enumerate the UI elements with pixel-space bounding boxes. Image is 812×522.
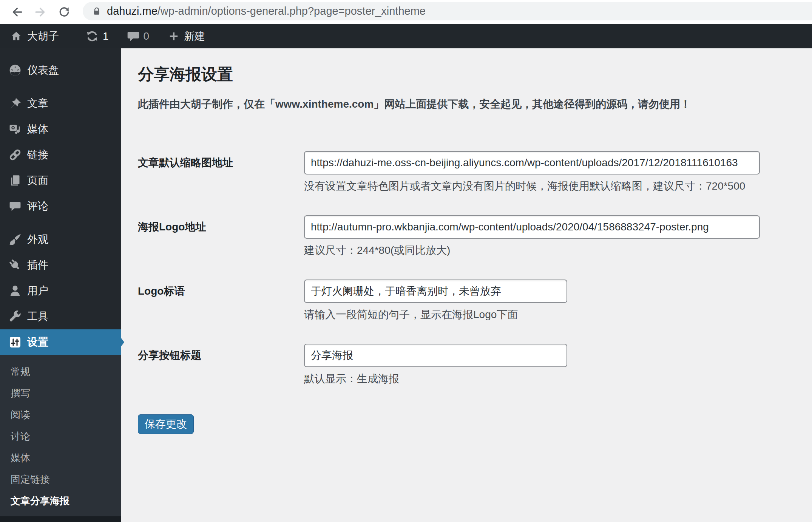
logo-slogan-input[interactable]: [304, 280, 567, 303]
chain-link-icon: [8, 148, 22, 162]
site-name: 大胡子: [27, 29, 59, 43]
field-label: 文章默认缩略图地址: [138, 156, 304, 170]
field-help: 建议尺寸：244*80(或同比放大): [304, 244, 812, 256]
submenu-item-media[interactable]: 媒体: [0, 447, 121, 469]
sidebar-item-label: 链接: [27, 148, 48, 162]
update-count: 1: [103, 30, 109, 42]
user-icon: [8, 284, 22, 298]
sidebar-item-appearance[interactable]: 外观: [0, 227, 121, 252]
sidebar-item-users[interactable]: 用户: [0, 278, 121, 304]
sidebar-item-label: 插件: [27, 258, 48, 272]
wp-admin-bar: 大胡子 1 0 新建: [0, 24, 812, 48]
submenu-item-permalinks[interactable]: 固定链接: [0, 469, 121, 490]
wordpress-admin-page: dahuzi.me/wp-admin/options-general.php?p…: [0, 0, 812, 522]
poster-logo-url-input[interactable]: [304, 215, 760, 239]
pushpin-icon: [8, 97, 22, 110]
dashboard-gauge-icon: [8, 63, 22, 77]
share-button-title-input[interactable]: [304, 344, 567, 367]
paintbrush-icon: [8, 233, 22, 246]
admin-bar-site-link[interactable]: 大胡子: [11, 24, 59, 48]
field-help: 没有设置文章特色图片或者文章内没有图片的时候，海报使用默认缩略图，建议尺寸：72…: [304, 180, 812, 192]
field-label: 海报Logo地址: [138, 220, 304, 234]
home-icon: [11, 31, 22, 42]
admin-bar-comments[interactable]: 0: [127, 24, 150, 48]
admin-menu: 仪表盘 文章 媒体 链接 页面 评论: [0, 48, 121, 355]
sidebar-item-label: 工具: [27, 309, 48, 324]
settings-submenu: 常规 撰写 阅读 讨论 媒体 固定链接 文章分享海报: [0, 355, 121, 516]
update-icon: [85, 29, 99, 43]
sidebar-item-label: 页面: [27, 173, 48, 188]
sidebar-item-label: 媒体: [27, 122, 48, 136]
field-label: 分享按钮标题: [138, 348, 304, 363]
menu-separator: [0, 219, 121, 227]
sidebar-item-label: 评论: [27, 199, 48, 213]
field-group-share-button-title: 分享按钮标题 默认显示：生成海报: [138, 344, 812, 385]
default-thumbnail-url-input[interactable]: [304, 151, 760, 175]
sidebar-item-label: 文章: [27, 96, 48, 111]
reload-icon: [57, 5, 71, 19]
sliders-settings-icon: [8, 335, 22, 349]
field-label: Logo标语: [138, 284, 304, 298]
wrench-icon: [8, 310, 22, 323]
submenu-item-discussion[interactable]: 讨论: [0, 426, 121, 447]
save-button[interactable]: 保存更改: [138, 414, 194, 434]
page-title: 分享海报设置: [138, 66, 812, 82]
url-path: /wp-admin/options-general.php?page=poste…: [157, 5, 426, 17]
sidebar-item-label: 外观: [27, 232, 48, 247]
sidebar-item-posts[interactable]: 文章: [0, 91, 121, 116]
settings-form: 文章默认缩略图地址 没有设置文章特色图片或者文章内没有图片的时候，海报使用默认缩…: [138, 151, 812, 434]
sidebar-footer: [0, 516, 121, 522]
plugin-notice: 此插件由大胡子制作，仅在「www.xintheme.com」网站上面提供下载，安…: [138, 99, 812, 110]
admin-bar-new[interactable]: 新建: [168, 24, 205, 48]
speech-bubble-icon: [8, 199, 22, 213]
browser-reload-button[interactable]: [57, 5, 71, 19]
new-label: 新建: [184, 29, 205, 43]
url-text: dahuzi.me/wp-admin/options-general.php?p…: [107, 5, 426, 17]
admin-bar-updates[interactable]: 1: [85, 24, 109, 48]
submenu-item-share-poster[interactable]: 文章分享海报: [0, 490, 121, 512]
sidebar-item-settings[interactable]: 设置: [0, 329, 121, 355]
main-content: 分享海报设置 此插件由大胡子制作，仅在「www.xintheme.com」网站上…: [121, 48, 812, 522]
plus-icon: [168, 31, 179, 42]
submenu-item-general[interactable]: 常规: [0, 361, 121, 383]
sidebar-item-pages[interactable]: 页面: [0, 168, 121, 193]
lock-icon: [92, 6, 102, 16]
pages-icon: [8, 174, 22, 187]
browser-forward-button[interactable]: [34, 5, 47, 19]
field-group-poster-logo: 海报Logo地址 建议尺寸：244*80(或同比放大): [138, 215, 812, 256]
browser-bar: dahuzi.me/wp-admin/options-general.php?p…: [0, 0, 812, 24]
plug-icon: [8, 258, 22, 272]
comment-bubble-icon: [127, 30, 140, 43]
menu-separator: [0, 83, 121, 91]
field-group-logo-slogan: Logo标语 请输入一段简短的句子，显示在海报Logo下面: [138, 280, 812, 321]
sidebar-item-links[interactable]: 链接: [0, 142, 121, 168]
forward-arrow-icon: [34, 5, 47, 19]
sidebar-item-label: 设置: [27, 335, 48, 349]
submenu-item-writing[interactable]: 撰写: [0, 383, 121, 404]
address-bar[interactable]: dahuzi.me/wp-admin/options-general.php?p…: [83, 2, 812, 20]
browser-back-button[interactable]: [10, 5, 24, 19]
submenu-item-reading[interactable]: 阅读: [0, 404, 121, 426]
field-help: 请输入一段简短的句子，显示在海报Logo下面: [304, 308, 812, 321]
field-group-default-thumbnail: 文章默认缩略图地址 没有设置文章特色图片或者文章内没有图片的时候，海报使用默认缩…: [138, 151, 812, 192]
sidebar-item-media[interactable]: 媒体: [0, 116, 121, 142]
sidebar-item-tools[interactable]: 工具: [0, 304, 121, 329]
url-domain: dahuzi.me: [107, 5, 157, 17]
camera-media-icon: [8, 122, 22, 136]
sidebar-item-label: 仪表盘: [27, 63, 59, 77]
sidebar-item-comments[interactable]: 评论: [0, 193, 121, 219]
admin-sidebar: 仪表盘 文章 媒体 链接 页面 评论: [0, 48, 121, 522]
sidebar-item-plugins[interactable]: 插件: [0, 252, 121, 278]
field-help: 默认显示：生成海报: [304, 372, 812, 385]
sidebar-item-dashboard[interactable]: 仪表盘: [0, 57, 121, 83]
back-arrow-icon: [10, 5, 24, 19]
comment-count: 0: [144, 30, 150, 42]
sidebar-item-label: 用户: [27, 284, 48, 298]
